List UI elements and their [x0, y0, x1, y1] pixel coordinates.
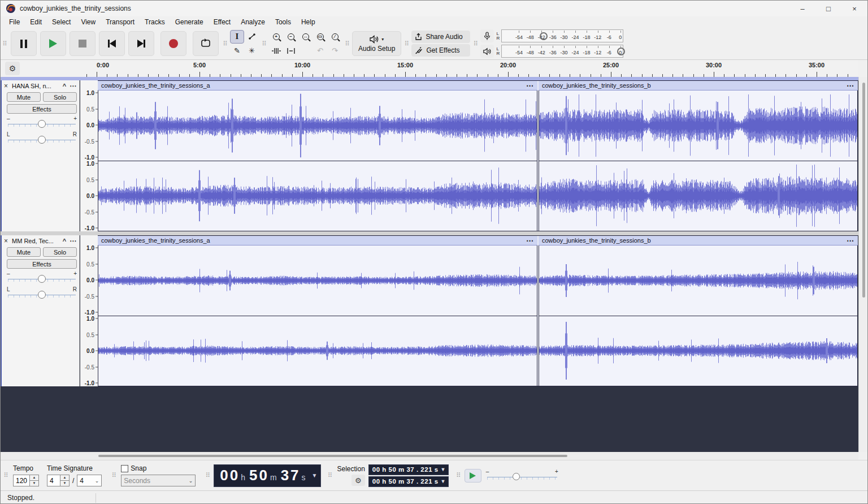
selection-options-button[interactable]: ⚙	[351, 475, 365, 486]
track-close-icon[interactable]: ×	[4, 237, 12, 245]
tempo-spinbox[interactable]: ▲▼	[13, 475, 39, 486]
track-menu-icon[interactable]: ⋯	[69, 82, 77, 90]
time-display[interactable]: 00h50m37s▼	[214, 464, 321, 487]
timeline-options-button[interactable]: ⚙	[5, 62, 20, 75]
maximize-button[interactable]: □	[815, 1, 841, 16]
selection-tool-button[interactable]: I	[230, 30, 244, 44]
effects-button[interactable]: Effects	[7, 104, 77, 114]
gain-slider[interactable]: – +	[7, 117, 77, 129]
get-effects-button[interactable]: Get Effects	[411, 44, 470, 57]
record-meter-button[interactable]	[480, 29, 494, 42]
menu-tools[interactable]: Tools	[270, 17, 296, 27]
pan-slider[interactable]: L R	[7, 287, 77, 300]
clip-menu-icon[interactable]: ⋯	[847, 81, 858, 90]
minimize-button[interactable]: –	[789, 1, 815, 16]
recording-meter[interactable]: -54-48-42-36-30-24-18-12-60	[501, 29, 623, 42]
horizontal-scrollbar-thumb[interactable]	[98, 455, 567, 457]
toolbar-grip[interactable]: ⠿	[344, 41, 350, 46]
selection-start-field[interactable]: 00 h 50 m 37 . 221 s ▼	[368, 464, 449, 475]
spin-down-icon[interactable]: ▼	[60, 481, 69, 486]
toolbar-grip[interactable]: ⠿	[111, 473, 116, 478]
audio-setup-button[interactable]: ▾ Audio Setup	[352, 31, 401, 56]
track-control-panel[interactable]: × HANA SH, n... ^ ⋯ Mute Solo Effects – …	[1, 80, 80, 231]
selection-end-field[interactable]: 00 h 50 m 37 . 221 s ▼	[368, 476, 449, 487]
zoom-in-button[interactable]: +	[269, 30, 283, 44]
pan-slider[interactable]: L R	[7, 132, 77, 145]
trim-audio-button[interactable]	[269, 44, 283, 58]
playback-volume-knob[interactable]	[617, 48, 625, 55]
speed-slider-knob[interactable]	[513, 473, 520, 480]
menu-select[interactable]: Select	[47, 17, 76, 27]
toolbar-grip[interactable]: ⠿	[3, 473, 8, 478]
spin-up-icon[interactable]: ▲	[60, 475, 69, 481]
clip-header[interactable]: cowboy_junkies_the_trinity_sessions_b⋯	[539, 236, 858, 245]
playback-meter-button[interactable]	[480, 45, 494, 58]
gain-slider-knob[interactable]	[38, 275, 46, 283]
vertical-scrollbar[interactable]	[858, 77, 868, 452]
menu-view[interactable]: View	[76, 17, 101, 27]
clip-menu-icon[interactable]: ⋯	[526, 81, 537, 90]
menu-analyze[interactable]: Analyze	[236, 17, 270, 27]
track-close-icon[interactable]: ×	[4, 82, 12, 90]
vertical-scrollbar-thumb[interactable]	[862, 83, 865, 298]
mute-button[interactable]: Mute	[7, 247, 41, 257]
toolbar-grip[interactable]: ⠿	[472, 41, 478, 46]
pause-button[interactable]	[11, 31, 37, 56]
timesig-upper-input[interactable]	[47, 475, 60, 486]
redo-button[interactable]: ↷	[328, 44, 342, 58]
clip-menu-icon[interactable]: ⋯	[847, 236, 858, 245]
chevron-up-icon[interactable]: ^	[60, 83, 69, 89]
loop-button[interactable]	[193, 31, 219, 56]
track-control-panel[interactable]: × MM Red, Tec... ^ ⋯ Mute Solo Effects –…	[1, 235, 80, 386]
horizontal-scrollbar[interactable]	[1, 452, 858, 460]
chevron-up-icon[interactable]: ^	[60, 238, 69, 244]
skip-to-start-button[interactable]	[99, 31, 125, 56]
share-audio-button[interactable]: Share Audio	[411, 31, 470, 43]
zoom-fit-project-button[interactable]: ▭	[313, 30, 327, 44]
toolbar-grip[interactable]: ⠿	[261, 41, 267, 46]
track-name[interactable]: MM Red, Tec...	[12, 238, 60, 244]
waveform-canvas[interactable]	[98, 91, 858, 231]
clip-header[interactable]: cowboy_junkies_the_trinity_sessions_b⋯	[539, 81, 858, 91]
close-button[interactable]: ×	[841, 1, 867, 16]
menu-effect[interactable]: Effect	[209, 17, 236, 27]
mute-button[interactable]: Mute	[7, 92, 41, 102]
effects-button[interactable]: Effects	[7, 259, 77, 269]
track-menu-icon[interactable]: ⋯	[69, 237, 77, 245]
play-button[interactable]	[40, 31, 66, 56]
menu-generate[interactable]: Generate	[170, 17, 209, 27]
timeline-ruler[interactable]: 0:005:0010:0015:0020:0025:0030:0035:00	[80, 60, 858, 77]
toolbar-grip[interactable]: ⠿	[2, 41, 7, 46]
track-name[interactable]: HANA SH, n...	[12, 83, 60, 89]
snap-checkbox[interactable]	[121, 465, 128, 472]
zoom-selection-button[interactable]: ↔	[298, 30, 313, 44]
stop-button[interactable]	[70, 31, 96, 56]
toolbar-grip[interactable]: ⠿	[327, 473, 332, 478]
silence-audio-button[interactable]	[284, 44, 298, 58]
gain-slider[interactable]: – +	[7, 272, 77, 284]
draw-tool-button[interactable]: ✎	[230, 44, 244, 58]
menu-edit[interactable]: Edit	[25, 17, 47, 27]
playback-meter[interactable]: -54-48-42-36-30-24-18-12-60	[501, 45, 623, 58]
recording-volume-knob[interactable]	[540, 32, 548, 40]
play-at-speed-button[interactable]	[465, 469, 481, 483]
record-button[interactable]	[160, 31, 186, 56]
spin-down-icon[interactable]: ▼	[30, 481, 38, 486]
playback-speed-slider[interactable]: – +	[486, 469, 558, 482]
timesig-lower-select[interactable]: 4 ⌄	[77, 475, 102, 486]
spin-up-icon[interactable]: ▲	[30, 475, 38, 481]
clip-menu-icon[interactable]: ⋯	[526, 236, 537, 245]
clip-header[interactable]: cowboy_junkies_the_trinity_sessions_a⋯	[98, 81, 537, 91]
menu-file[interactable]: File	[4, 17, 25, 27]
toolbar-grip[interactable]: ⠿	[403, 41, 409, 46]
menu-help[interactable]: Help	[296, 17, 320, 27]
solo-button[interactable]: Solo	[43, 247, 77, 257]
tempo-input[interactable]	[13, 475, 30, 486]
zoom-toggle-button[interactable]: ∕	[328, 30, 342, 44]
menu-transport[interactable]: Transport	[101, 17, 140, 27]
toolbar-grip[interactable]: ⠿	[455, 473, 461, 478]
toolbar-grip[interactable]: ⠿	[205, 473, 210, 478]
clip-header[interactable]: cowboy_junkies_the_trinity_sessions_a⋯	[98, 236, 537, 245]
skip-to-end-button[interactable]	[128, 31, 154, 56]
toolbar-grip[interactable]: ⠿	[222, 41, 228, 46]
